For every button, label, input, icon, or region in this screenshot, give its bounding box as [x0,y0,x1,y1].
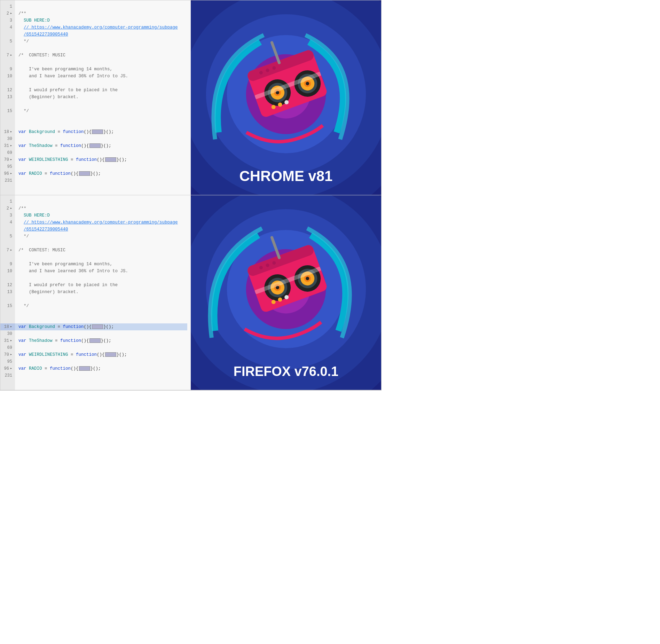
chrome-browser-label: CHROME v81 [239,168,333,184]
firefox-code-panel: 1 2 3 4 5 7 9 10 12 13 15 18 30 [0,195,191,390]
firefox-code-content: /** SUB HERE:D // https://www.khanacadem… [15,195,191,390]
firefox-browser-label: FIREFOX v76.0.1 [234,364,338,379]
chrome-code-panel: 1 2 3 4 5 7 9 10 12 13 15 18 30 [0,0,191,195]
firefox-line-numbers: 1 2 3 4 5 7 9 10 12 13 15 18 30 [0,195,15,390]
chrome-line-numbers: 1 2 3 4 5 7 9 10 12 13 15 18 30 [0,0,15,195]
chrome-code-lines: 1 2 3 4 5 7 9 10 12 13 15 18 30 [0,0,191,195]
chrome-code-content: /** SUB HERE:D // https://www.khanacadem… [15,0,191,195]
chrome-preview-panel: CHROME v81 [191,0,381,195]
firefox-code-lines: 1 2 3 4 5 7 9 10 12 13 15 18 30 [0,195,191,390]
firefox-panel: 1 2 3 4 5 7 9 10 12 13 15 18 30 [0,195,381,390]
firefox-preview-panel: FIREFOX v76.0.1 [191,195,381,390]
chrome-preview-svg: CHROME v81 [191,0,381,195]
firefox-preview-svg: FIREFOX v76.0.1 [191,195,381,390]
chrome-panel: 1 2 3 4 5 7 9 10 12 13 15 18 30 [0,0,381,195]
